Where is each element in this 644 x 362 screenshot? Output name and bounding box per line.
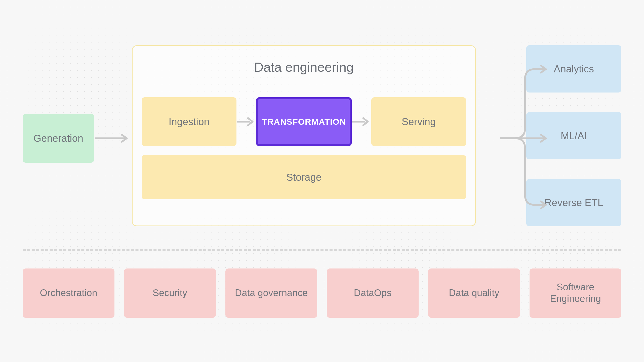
transformation-box: TRANSFORMATION: [256, 97, 352, 146]
security-label: Security: [153, 287, 187, 299]
data-governance-label: Data governance: [235, 287, 308, 299]
ingestion-box: Ingestion: [142, 97, 236, 146]
orchestration-box: Orchestration: [23, 268, 114, 318]
arrow-right-icon: [236, 117, 256, 127]
data-quality-box: Data quality: [428, 268, 520, 318]
transformation-label: TRANSFORMATION: [262, 117, 346, 127]
reverse-etl-box: Reverse ETL: [526, 179, 621, 226]
data-engineering-container: Data engineering Ingestion TRANSFORMATIO…: [132, 45, 476, 226]
software-engineering-label: Software Engineering: [535, 282, 616, 304]
arrow-generation-to-ingestion: [94, 114, 132, 163]
generation-label: Generation: [33, 132, 83, 144]
arrow-right-icon: [352, 117, 371, 127]
generation-box: Generation: [23, 114, 94, 163]
undercurrents-row: Orchestration Security Data governance D…: [23, 268, 621, 318]
dataops-label: DataOps: [354, 287, 392, 299]
analytics-label: Analytics: [554, 63, 594, 75]
analytics-box: Analytics: [526, 45, 621, 93]
arrow-ingestion-to-transformation: [236, 97, 256, 146]
arrow-right-icon: [94, 133, 132, 143]
storage-box: Storage: [142, 155, 466, 199]
data-lifecycle-flow: Generation Data engineering Ingestion: [23, 45, 621, 226]
storage-label: Storage: [286, 171, 321, 183]
serving-label: Serving: [402, 116, 436, 128]
arrow-transformation-to-serving: [352, 97, 371, 146]
ingestion-label: Ingestion: [169, 116, 209, 128]
ml-ai-box: ML/AI: [526, 112, 621, 159]
security-box: Security: [124, 268, 216, 318]
serving-box: Serving: [371, 97, 466, 146]
software-engineering-box: Software Engineering: [530, 268, 621, 318]
data-quality-label: Data quality: [449, 287, 499, 299]
data-engineering-stages-row: Ingestion TRANSFORMATION: [142, 97, 466, 146]
data-engineering-title: Data engineering: [142, 60, 466, 75]
data-governance-box: Data governance: [225, 268, 317, 318]
outputs-column: Analytics ML/AI Reverse ETL: [526, 45, 621, 226]
orchestration-label: Orchestration: [40, 287, 97, 299]
diagram-canvas: Generation Data engineering Ingestion: [0, 0, 644, 362]
dataops-box: DataOps: [327, 268, 419, 318]
divider-line: [23, 249, 621, 251]
reverse-etl-label: Reverse ETL: [544, 197, 603, 209]
ml-ai-label: ML/AI: [561, 130, 587, 142]
